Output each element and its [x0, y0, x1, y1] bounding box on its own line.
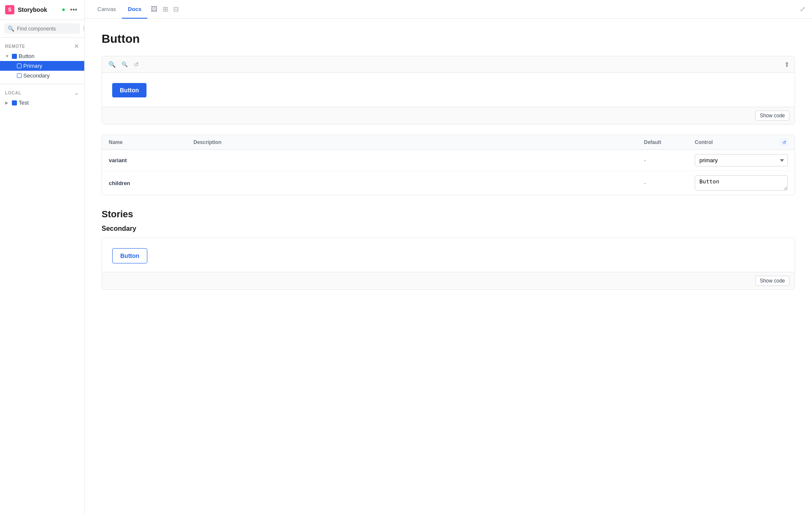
secondary-story-preview: Button: [102, 238, 795, 272]
primary-label: Primary: [23, 63, 42, 69]
search-input-wrap: 🔍 /: [4, 23, 80, 34]
button-arrow-icon: ▼: [5, 54, 10, 58]
component-icon: [12, 54, 17, 59]
col-name: Name: [109, 139, 193, 145]
main: Canvas Docs 🖼 ⊞ ⊟ ⤢ Button 🔍 🔍 ↺ ⬆: [85, 0, 812, 515]
zoom-reset-icon[interactable]: ↺: [133, 60, 140, 69]
args-table: Name Description Default Control ↺ varia…: [102, 135, 795, 195]
tab-docs[interactable]: Docs: [122, 0, 147, 19]
primary-story-preview: Button: [102, 73, 795, 107]
tab-icons: 🖼 ⊞ ⊟: [151, 5, 179, 13]
zoom-in-icon[interactable]: 🔍: [107, 60, 117, 69]
secondary-show-code-button[interactable]: Show code: [755, 276, 790, 286]
stories-section-title: Stories: [102, 209, 795, 220]
sidebar: S Storybook ••• 🔍 / REMOTE ✕ ▼ Button: [0, 0, 85, 515]
status-dot: [61, 8, 66, 12]
docs-content: Button 🔍 🔍 ↺ ⬆ Button Show code Name Des…: [85, 19, 812, 515]
test-label: Test: [19, 100, 29, 106]
search-input[interactable]: [17, 26, 80, 32]
storybook-logo: S: [5, 5, 14, 14]
arg-name-children: children: [109, 180, 193, 186]
share-icon[interactable]: ⬆: [784, 61, 790, 69]
sidebar-logo-area: S Storybook: [5, 5, 47, 14]
primary-story-card: 🔍 🔍 ↺ ⬆ Button Show code: [102, 56, 795, 125]
test-arrow-icon: ▶: [5, 100, 10, 105]
secondary-preview-button[interactable]: Button: [112, 248, 147, 263]
reset-control-icon[interactable]: ↺: [780, 138, 788, 146]
secondary-label: Secondary: [23, 72, 50, 79]
remote-section-header: REMOTE ✕: [0, 41, 84, 51]
topbar-right: ⤢: [800, 5, 805, 13]
secondary-show-code-row: Show code: [102, 272, 795, 289]
tab-canvas[interactable]: Canvas: [91, 0, 122, 19]
tabs: Canvas Docs 🖼 ⊞ ⊟: [91, 0, 179, 18]
primary-preview-button[interactable]: Button: [112, 83, 146, 97]
local-section: LOCAL ⌄ ▶ Test: [0, 84, 84, 108]
args-row-children: children - Button: [102, 171, 795, 195]
expand-button[interactable]: ⤢: [800, 5, 805, 13]
app-title: Storybook: [18, 6, 47, 13]
zoom-out-icon[interactable]: 🔍: [120, 60, 129, 69]
sidebar-item-primary[interactable]: Primary: [0, 61, 84, 71]
grid-icon[interactable]: ⊞: [163, 5, 168, 13]
remote-section: REMOTE ✕ ▼ Button Primary Secondary: [0, 38, 84, 84]
col-description: Description: [193, 139, 644, 145]
story-toolbar: 🔍 🔍 ↺ ⬆: [102, 56, 795, 73]
topbar: Canvas Docs 🖼 ⊞ ⊟ ⤢: [85, 0, 812, 19]
sidebar-item-secondary[interactable]: Secondary: [0, 71, 84, 80]
col-default: Default: [644, 139, 695, 145]
search-bar: 🔍 /: [0, 20, 84, 38]
arg-name-variant: variant: [109, 157, 193, 163]
primary-show-code-button[interactable]: Show code: [755, 111, 790, 121]
local-section-header: LOCAL ⌄: [0, 88, 84, 98]
story-icon-secondary: [17, 73, 22, 78]
layout-icon[interactable]: ⊟: [173, 5, 179, 13]
story-icon-primary: [17, 64, 22, 68]
arg-default-children: -: [644, 180, 695, 186]
test-component-icon: [12, 100, 17, 105]
secondary-story-subtitle: Secondary: [102, 225, 795, 233]
sidebar-item-test[interactable]: ▶ Test: [0, 98, 84, 108]
args-row-variant: variant - primary secondary: [102, 150, 795, 171]
local-label: LOCAL: [5, 91, 21, 95]
primary-show-code-row: Show code: [102, 107, 795, 124]
sidebar-item-button[interactable]: ▼ Button: [0, 51, 84, 61]
arg-control-children[interactable]: Button: [695, 175, 788, 191]
header-actions: •••: [61, 4, 79, 15]
local-expand-button[interactable]: ⌄: [74, 89, 79, 96]
arg-control-variant[interactable]: primary secondary: [695, 154, 788, 166]
search-icon: 🔍: [8, 25, 14, 32]
image-icon[interactable]: 🖼: [151, 6, 157, 13]
sidebar-item-label: Button: [19, 53, 35, 59]
sidebar-header: S Storybook •••: [0, 0, 84, 20]
secondary-story-card: Button Show code: [102, 238, 795, 290]
remote-close-button[interactable]: ✕: [74, 43, 79, 50]
args-table-header: Name Description Default Control ↺: [102, 135, 795, 150]
more-button[interactable]: •••: [68, 4, 79, 15]
col-control: Control: [695, 139, 713, 145]
col-control-wrap: Control ↺: [695, 138, 788, 146]
remote-label: REMOTE: [5, 44, 25, 49]
page-title: Button: [102, 32, 795, 46]
arg-default-variant: -: [644, 157, 695, 163]
